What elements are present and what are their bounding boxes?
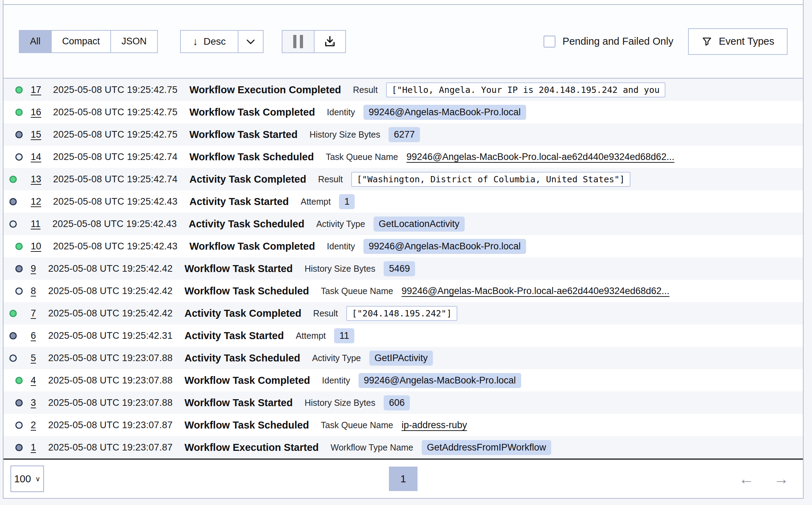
event-row[interactable]: 22025-05-08 UTC 19:23:07.87Workflow Task… (3, 414, 803, 436)
event-detail-label: Workflow Type Name (331, 442, 413, 453)
event-id-link[interactable]: 5 (31, 353, 36, 364)
event-detail-badge: 99246@Angelas-MacBook-Pro.local (363, 239, 526, 254)
event-status-dot-started (15, 444, 23, 451)
event-row[interactable]: 92025-05-08 UTC 19:25:42.42Workflow Task… (3, 257, 803, 280)
event-row[interactable]: 162025-05-08 UTC 19:25:42.75Workflow Tas… (3, 101, 803, 123)
sort-options-dropdown-button[interactable] (238, 31, 263, 52)
sort-desc-label: Desc (204, 36, 226, 47)
event-status-dot-started (9, 332, 17, 339)
event-status-dot-completed (9, 310, 17, 317)
event-detail-badge: 606 (384, 395, 410, 410)
task-queue-link[interactable]: 99246@Angelas-MacBook-Pro.local-ae62d440… (406, 152, 674, 162)
event-name: Workflow Task Scheduled (184, 419, 309, 431)
download-icon (323, 35, 337, 48)
event-timestamp: 2025-05-08 UTC 19:25:42.42 (48, 286, 172, 297)
event-id-link[interactable]: 6 (31, 330, 36, 341)
event-row[interactable]: 52025-05-08 UTC 19:23:07.88Activity Task… (3, 347, 803, 369)
view-mode-compact[interactable]: Compact (51, 31, 110, 52)
event-row[interactable]: 12025-05-08 UTC 19:23:07.87Workflow Exec… (3, 436, 803, 459)
event-row[interactable]: 132025-05-08 UTC 19:25:42.74Activity Tas… (3, 168, 803, 190)
pending-failed-checkbox[interactable] (544, 36, 555, 47)
event-id-link[interactable]: 1 (31, 442, 36, 453)
event-timestamp: 2025-05-08 UTC 19:23:07.88 (48, 353, 172, 364)
event-id-link[interactable]: 7 (31, 308, 36, 319)
event-detail-badge: 1 (339, 194, 355, 209)
sort-desc-button[interactable]: ↓ Desc (181, 31, 238, 52)
event-id-link[interactable]: 12 (31, 196, 41, 207)
event-row[interactable]: 32025-05-08 UTC 19:23:07.88Workflow Task… (3, 391, 803, 414)
event-detail: Task Queue Name99246@Angelas-MacBook-Pro… (326, 152, 674, 162)
event-id-link[interactable]: 10 (31, 241, 41, 252)
event-detail: History Size Bytes6277 (309, 127, 420, 142)
view-mode-json[interactable]: JSON (110, 31, 157, 52)
event-name: Workflow Task Completed (189, 241, 315, 252)
pager-arrows: ← → (739, 471, 789, 486)
current-page-button[interactable]: 1 (389, 467, 418, 491)
event-id-link[interactable]: 4 (31, 375, 36, 386)
event-detail-label: Identity (327, 107, 355, 117)
event-row[interactable]: 62025-05-08 UTC 19:25:42.31Activity Task… (3, 324, 803, 347)
event-detail: Workflow Type NameGetAddressFromIPWorkfl… (331, 440, 551, 455)
event-id-link[interactable]: 8 (31, 286, 36, 297)
event-row[interactable]: 102025-05-08 UTC 19:25:42.43Workflow Tas… (3, 235, 803, 257)
event-row[interactable]: 172025-05-08 UTC 19:25:42.75Workflow Exe… (3, 79, 803, 101)
event-name: Activity Task Scheduled (189, 218, 304, 230)
event-detail-badge: GetIPActivity (369, 351, 433, 366)
event-row[interactable]: 42025-05-08 UTC 19:23:07.88Workflow Task… (3, 369, 803, 391)
event-id-link[interactable]: 17 (31, 85, 41, 95)
event-detail-result-code: ["204.148.195.242"] (346, 306, 457, 321)
event-name: Activity Task Completed (184, 308, 301, 319)
task-queue-link[interactable]: 99246@Angelas-MacBook-Pro.local-ae62d440… (401, 286, 669, 297)
event-detail-label: Task Queue Name (321, 420, 393, 430)
event-status-dot-completed (15, 377, 23, 384)
event-status-dot-started (15, 399, 23, 407)
event-detail: Identity99246@Angelas-MacBook-Pro.local (327, 239, 526, 254)
event-row[interactable]: 82025-05-08 UTC 19:25:42.42Workflow Task… (3, 280, 803, 302)
event-id-link[interactable]: 9 (31, 263, 36, 274)
pause-updates-button[interactable] (282, 31, 314, 52)
event-detail-label: History Size Bytes (304, 264, 375, 274)
view-mode-switcher: All Compact JSON (19, 30, 158, 53)
event-row[interactable]: 122025-05-08 UTC 19:25:42.43Activity Tas… (3, 190, 803, 213)
event-id-link[interactable]: 14 (31, 152, 41, 162)
event-row[interactable]: 112025-05-08 UTC 19:25:42.43Activity Tas… (3, 213, 803, 235)
event-name: Workflow Task Started (184, 263, 293, 275)
sort-desc-arrow-icon: ↓ (193, 36, 198, 47)
event-detail-label: Result (353, 85, 378, 95)
event-detail-label: Activity Type (316, 219, 365, 229)
event-row[interactable]: 142025-05-08 UTC 19:25:42.74Workflow Tas… (3, 146, 803, 168)
event-detail-badge: GetLocationActivity (374, 217, 465, 232)
event-detail: Task Queue Name99246@Angelas-MacBook-Pro… (321, 286, 670, 297)
event-timestamp: 2025-05-08 UTC 19:25:42.75 (53, 129, 177, 140)
pagination-bar: 100 ∨ 1 ← → (3, 460, 803, 498)
toolbar-right-group: Pending and Failed Only Event Types (544, 28, 788, 55)
event-status-dot-completed (15, 243, 23, 250)
pending-failed-label: Pending and Failed Only (562, 36, 673, 47)
event-name: Workflow Task Started (189, 129, 297, 140)
event-row[interactable]: 152025-05-08 UTC 19:25:42.75Workflow Tas… (3, 123, 803, 146)
event-history-list: 172025-05-08 UTC 19:25:42.75Workflow Exe… (3, 79, 803, 459)
event-id-link[interactable]: 2 (31, 420, 36, 431)
event-id-link[interactable]: 13 (31, 174, 41, 185)
event-name: Workflow Task Completed (189, 107, 315, 118)
event-detail-label: Task Queue Name (321, 286, 393, 296)
event-id-link[interactable]: 3 (31, 397, 36, 408)
event-detail: Result["204.148.195.242"] (313, 306, 457, 321)
previous-page-arrow-icon[interactable]: ← (739, 471, 754, 486)
event-types-filter-button[interactable]: Event Types (688, 28, 788, 55)
event-status-dot-scheduled (9, 354, 17, 362)
event-name: Workflow Task Scheduled (189, 151, 314, 163)
view-mode-all[interactable]: All (20, 31, 51, 52)
next-page-arrow-icon[interactable]: → (774, 471, 789, 486)
event-id-link[interactable]: 16 (31, 107, 41, 118)
event-row[interactable]: 72025-05-08 UTC 19:25:42.42Activity Task… (3, 302, 803, 324)
event-timestamp: 2025-05-08 UTC 19:25:42.31 (48, 330, 172, 341)
event-timestamp: 2025-05-08 UTC 19:23:07.88 (48, 375, 172, 386)
event-id-link[interactable]: 15 (31, 129, 41, 140)
event-detail-label: Result (313, 308, 338, 319)
page-size-select[interactable]: 100 ∨ (10, 466, 44, 492)
task-queue-link[interactable]: ip-address-ruby (401, 420, 467, 431)
event-id-link[interactable]: 11 (31, 219, 40, 229)
event-detail-label: History Size Bytes (309, 130, 380, 140)
download-history-button[interactable] (314, 31, 345, 52)
